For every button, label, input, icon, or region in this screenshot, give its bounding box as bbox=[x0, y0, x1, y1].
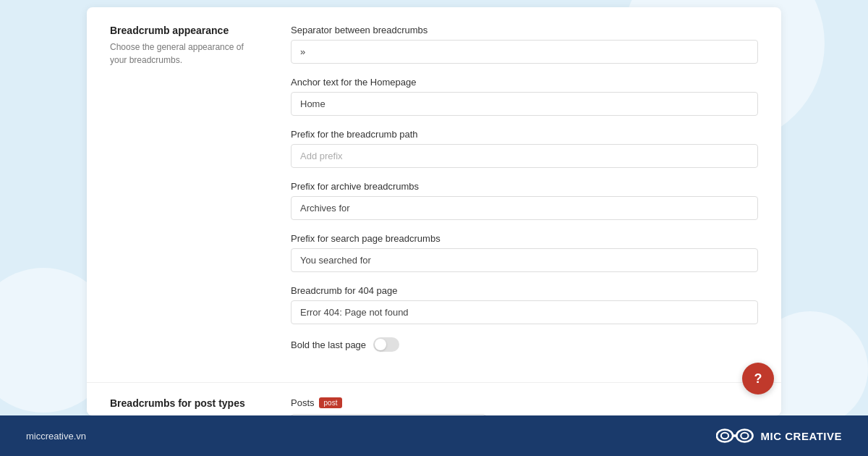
separator-label: Separator between breadcrumbs bbox=[291, 25, 758, 35]
toggle-knob bbox=[375, 339, 386, 350]
section-title-appearance: Breadcrumb appearance bbox=[110, 25, 262, 36]
posts-field-label: Posts bbox=[291, 397, 315, 408]
prefix-archive-input[interactable] bbox=[291, 196, 758, 220]
breadcrumb-404-input[interactable] bbox=[291, 300, 758, 324]
svg-rect-4 bbox=[732, 434, 737, 436]
settings-card: Breadcrumb appearance Choose the general… bbox=[87, 7, 781, 415]
svg-point-1 bbox=[721, 433, 728, 439]
post-types-body: Breadcrumbs for post types Choose which … bbox=[110, 397, 758, 415]
page-wrapper: Breadcrumb appearance Choose the general… bbox=[0, 0, 868, 456]
separator-input[interactable] bbox=[291, 40, 758, 64]
posts-tag-badge: post bbox=[319, 397, 343, 408]
prefix-search-group: Prefix for search page breadcrumbs bbox=[291, 233, 758, 272]
bold-last-toggle-row: Bold the last page ✕ bbox=[291, 337, 758, 352]
left-panel-post-types: Breadcrumbs for post types Choose which … bbox=[110, 397, 262, 415]
posts-taxonomy-select[interactable]: None Category Tag bbox=[291, 414, 486, 415]
footer-brand: MIC CREATIVE bbox=[716, 427, 842, 444]
breadcrumb-404-label: Breadcrumb for 404 page bbox=[291, 285, 758, 296]
anchor-label: Anchor text for the Homepage bbox=[291, 77, 758, 88]
anchor-input[interactable] bbox=[291, 92, 758, 116]
svg-point-0 bbox=[717, 429, 733, 442]
prefix-archive-group: Prefix for archive breadcrumbs bbox=[291, 181, 758, 220]
left-panel-appearance: Breadcrumb appearance Choose the general… bbox=[110, 25, 262, 365]
anchor-group: Anchor text for the Homepage bbox=[291, 77, 758, 116]
prefix-path-input[interactable] bbox=[291, 144, 758, 168]
post-types-title: Breadcrumbs for post types bbox=[110, 397, 262, 409]
prefix-path-group: Prefix for the breadcrumb path bbox=[291, 129, 758, 168]
separator-group: Separator between breadcrumbs bbox=[291, 25, 758, 64]
content-area: Breadcrumb appearance Choose the general… bbox=[0, 0, 868, 415]
prefix-archive-label: Prefix for archive breadcrumbs bbox=[291, 181, 758, 192]
right-panel-appearance: Separator between breadcrumbs Anchor tex… bbox=[291, 25, 758, 365]
footer: miccreative.vn MIC CREATIVE bbox=[0, 415, 868, 456]
help-button[interactable]: ? bbox=[742, 363, 774, 394]
prefix-path-label: Prefix for the breadcrumb path bbox=[291, 129, 758, 140]
svg-point-2 bbox=[736, 429, 752, 442]
bold-last-group: Bold the last page ✕ bbox=[291, 337, 758, 352]
right-panel-post-types: Posts post None Category Tag ⬍ bbox=[291, 397, 758, 415]
post-types-section: Breadcrumbs for post types Choose which … bbox=[87, 383, 781, 415]
footer-url: miccreative.vn bbox=[26, 431, 86, 442]
mic-creative-logo bbox=[716, 427, 753, 444]
breadcrumb-404-group: Breadcrumb for 404 page bbox=[291, 285, 758, 324]
footer-brand-text: MIC CREATIVE bbox=[761, 430, 842, 442]
prefix-search-label: Prefix for search page breadcrumbs bbox=[291, 233, 758, 244]
prefix-search-input[interactable] bbox=[291, 248, 758, 272]
posts-select-wrapper: None Category Tag ⬍ bbox=[291, 414, 486, 415]
section-desc-appearance: Choose the general appearance of your br… bbox=[110, 41, 262, 67]
bold-last-toggle[interactable]: ✕ bbox=[373, 337, 399, 352]
breadcrumb-appearance-section: Breadcrumb appearance Choose the general… bbox=[87, 7, 781, 382]
bold-last-label: Bold the last page bbox=[291, 339, 366, 350]
posts-group: Posts post None Category Tag ⬍ bbox=[291, 397, 758, 415]
svg-point-3 bbox=[741, 433, 748, 439]
